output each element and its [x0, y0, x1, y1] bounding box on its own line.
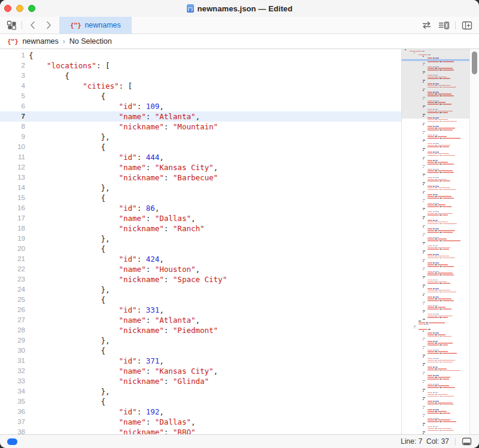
code-text: {: [26, 142, 401, 152]
line-number: 31: [0, 356, 26, 366]
code-line[interactable]: 26 "id": 331,: [0, 305, 401, 315]
code-line[interactable]: 36 "id": 192,: [0, 407, 401, 417]
line-number: 9: [0, 132, 26, 142]
code-line[interactable]: 25 {: [0, 295, 401, 305]
code-line[interactable]: 1{: [0, 50, 401, 60]
code-line[interactable]: 37 "name": "Dallas",: [0, 417, 401, 427]
code-text: {: [26, 244, 401, 254]
code-line[interactable]: 30 {: [0, 346, 401, 356]
code-line[interactable]: 18 "nickname": "Ranch": [0, 223, 401, 234]
line-number: 20: [0, 244, 26, 254]
minimize-window-button[interactable]: [16, 5, 23, 12]
code-editor[interactable]: 1{2 "locations": [3 {4 "cities": [5 {6 "…: [0, 49, 401, 434]
breadcrumb-selection[interactable]: No Selection: [69, 37, 112, 46]
line-number: 21: [0, 254, 26, 264]
code-line[interactable]: 5 {: [0, 91, 401, 101]
code-line[interactable]: 11 "id": 444,: [0, 152, 401, 162]
code-text: "nickname": "BBQ": [26, 427, 401, 434]
code-text: {: [26, 346, 401, 356]
code-line[interactable]: 4 "cities": [: [0, 81, 401, 91]
line-number: 34: [0, 386, 26, 396]
code-text: "id": 86,: [26, 203, 401, 213]
code-line[interactable]: 19 },: [0, 234, 401, 244]
code-line[interactable]: 17 "name": "Dallas",: [0, 213, 401, 223]
tab-label: newnames: [84, 21, 120, 29]
hide-bottom-bar-icon[interactable]: [462, 437, 472, 446]
go-back-icon[interactable]: [26, 19, 38, 32]
code-line[interactable]: 12 "name": "Kansas City",: [0, 162, 401, 172]
code-text: },: [26, 386, 401, 396]
code-line[interactable]: 20 {: [0, 244, 401, 254]
code-text: },: [26, 183, 401, 193]
code-line[interactable]: 38 "nickname": "BBQ": [0, 427, 401, 434]
code-line[interactable]: 24 },: [0, 284, 401, 295]
line-number: 5: [0, 91, 26, 101]
code-line[interactable]: 16 "id": 86,: [0, 203, 401, 213]
code-line[interactable]: 14 },: [0, 183, 401, 193]
code-line[interactable]: 22 "name": "Houston",: [0, 264, 401, 274]
code-text: {: [26, 50, 401, 60]
code-text: "id": 424,: [26, 254, 401, 264]
code-line[interactable]: 31 "id": 371,: [0, 356, 401, 366]
code-text: },: [26, 284, 401, 295]
code-text: "id": 444,: [26, 152, 401, 162]
line-number: 3: [0, 71, 26, 81]
close-window-button[interactable]: [4, 5, 11, 12]
line-number: 27: [0, 315, 26, 325]
add-editor-icon[interactable]: [461, 19, 473, 32]
code-line[interactable]: 29 },: [0, 335, 401, 346]
code-line[interactable]: 3 {: [0, 71, 401, 81]
line-number: 36: [0, 407, 26, 417]
code-text: },: [26, 132, 401, 142]
code-line[interactable]: 27 "name": "Atlanta",: [0, 315, 401, 325]
code-text: "nickname": "Ranch": [26, 223, 401, 234]
related-items-icon[interactable]: [420, 19, 432, 32]
json-file-icon: {"}: [70, 22, 81, 29]
tab-overview-icon[interactable]: [5, 19, 17, 32]
code-line[interactable]: 35 {: [0, 396, 401, 407]
code-line[interactable]: 6 "id": 109,: [0, 101, 401, 111]
scrollbar-track[interactable]: [469, 49, 479, 434]
code-line[interactable]: 34 },: [0, 386, 401, 396]
minimap[interactable]: [402, 49, 469, 434]
code-text: "name": "Atlanta",: [26, 315, 401, 325]
line-number: 28: [0, 325, 26, 335]
line-number: 18: [0, 223, 26, 234]
code-line[interactable]: 13 "nickname": "Barbecue": [0, 172, 401, 183]
line-number: 8: [0, 122, 26, 132]
line-number: 19: [0, 234, 26, 244]
tab-newnames[interactable]: {"} newnames: [59, 17, 132, 34]
document-proxy-icon[interactable]: {"}: [187, 4, 194, 13]
scrollbar-thumb[interactable]: [472, 52, 477, 74]
code-text: "id": 109,: [26, 101, 401, 111]
breadcrumb-separator-icon: ›: [63, 37, 65, 46]
code-text: "name": "Dallas",: [26, 213, 401, 223]
code-line[interactable]: 9 },: [0, 132, 401, 142]
breadcrumb-file[interactable]: newnames: [22, 37, 58, 46]
editor-options-icon[interactable]: [438, 19, 450, 32]
zoom-window-button[interactable]: [28, 5, 35, 12]
code-text: "id": 192,: [26, 407, 401, 417]
code-line[interactable]: 33 "nickname": "Glinda": [0, 376, 401, 386]
code-line[interactable]: 8 "nickname": "Mountain": [0, 122, 401, 132]
editor-area: 1{2 "locations": [3 {4 "cities": [5 {6 "…: [0, 49, 479, 434]
code-line[interactable]: 15 {: [0, 193, 401, 203]
code-text: "nickname": "Barbecue": [26, 172, 401, 183]
title-bar: {"} newnames.json — Edited: [0, 0, 479, 17]
code-line[interactable]: 23 "nickname": "Space City": [0, 274, 401, 284]
code-line[interactable]: 28 "nickname": "Piedmont": [0, 325, 401, 335]
jump-bar: {"} newnames › No Selection: [0, 34, 479, 49]
line-number: 11: [0, 152, 26, 162]
status-blue-indicator[interactable]: [7, 438, 17, 445]
code-line[interactable]: 10 {: [0, 142, 401, 152]
code-line[interactable]: 7 "name": "Atlanta",: [0, 111, 401, 122]
code-line[interactable]: 32 "name": "Kansas City",: [0, 366, 401, 376]
code-line[interactable]: 2 "locations": [: [0, 60, 401, 71]
code-text: "name": "Dallas",: [26, 417, 401, 427]
code-text: {: [26, 396, 401, 407]
code-lines: 1{2 "locations": [3 {4 "cities": [5 {6 "…: [0, 50, 401, 434]
window-title: newnames.json — Edited: [198, 4, 293, 13]
code-line[interactable]: 21 "id": 424,: [0, 254, 401, 264]
go-forward-icon[interactable]: [43, 19, 54, 32]
code-text: {: [26, 71, 401, 81]
